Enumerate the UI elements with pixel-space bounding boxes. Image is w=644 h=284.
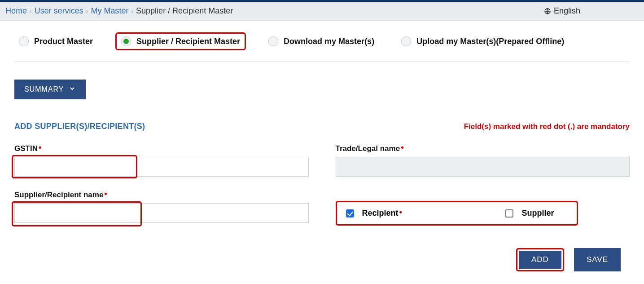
- chevron-right-icon: ›: [130, 8, 134, 15]
- gstin-input[interactable]: [14, 157, 309, 177]
- radio-icon: [401, 36, 411, 46]
- save-button[interactable]: SAVE: [574, 248, 621, 271]
- supplier-label: Supplier: [521, 209, 554, 218]
- tab-download-master[interactable]: Download my Master(s): [264, 34, 379, 49]
- chevron-right-icon: ›: [29, 8, 33, 15]
- add-button-highlight: ADD: [516, 248, 564, 271]
- required-dot-icon: •: [103, 189, 107, 198]
- type-checkbox-group: Recipient• Supplier: [336, 201, 578, 226]
- gstin-label: GSTIN•: [14, 144, 41, 153]
- tab-label: Upload my Master(s)(Prepared Offline): [416, 37, 564, 46]
- required-dot-icon: •: [399, 208, 402, 217]
- checkbox-icon: [346, 209, 354, 217]
- globe-icon: [544, 8, 551, 15]
- supplier-recipient-name-field: Supplier/Recipient name•: [14, 190, 309, 226]
- trade-name-field: Trade/Legal name•: [336, 144, 630, 177]
- required-dot-icon: •: [38, 143, 41, 152]
- breadcrumb-bar: Home › User services › My Master › Suppl…: [0, 2, 644, 21]
- recipient-label: Recipient•: [362, 209, 402, 218]
- required-dot-icon: •: [400, 143, 403, 152]
- breadcrumb-user-services[interactable]: User services: [35, 6, 83, 16]
- tab-label: Download my Master(s): [284, 37, 374, 46]
- tab-label: Product Master: [34, 37, 93, 46]
- breadcrumb-home[interactable]: Home: [5, 6, 27, 16]
- breadcrumb-my-master[interactable]: My Master: [91, 6, 128, 16]
- supplier-recipient-name-input[interactable]: [14, 203, 309, 223]
- language-label: English: [554, 6, 580, 16]
- breadcrumb: Home › User services › My Master › Suppl…: [5, 6, 544, 16]
- supplier-checkbox-item[interactable]: Supplier: [505, 209, 554, 218]
- summary-button[interactable]: SUMMARY: [14, 80, 86, 99]
- gstin-field: GSTIN•: [14, 144, 309, 177]
- checkbox-icon: [505, 209, 513, 217]
- master-tabs: Product Master Supplier / Recipient Mast…: [14, 29, 630, 62]
- trade-name-input: [336, 157, 630, 177]
- radio-icon: [268, 36, 278, 46]
- type-selection-field: Recipient• Supplier: [336, 190, 630, 226]
- recipient-checkbox-item[interactable]: Recipient•: [346, 209, 402, 218]
- radio-icon: [121, 36, 131, 46]
- mandatory-note: Field(s) marked with red dot (.) are man…: [464, 122, 630, 131]
- radio-icon: [19, 36, 29, 46]
- tab-product-master[interactable]: Product Master: [14, 34, 97, 49]
- summary-label: SUMMARY: [24, 85, 64, 93]
- tab-upload-master[interactable]: Upload my Master(s)(Prepared Offline): [397, 34, 569, 49]
- breadcrumb-current: Supplier / Recipient Master: [136, 6, 233, 16]
- tab-supplier-recipient-master[interactable]: Supplier / Recipient Master: [115, 32, 246, 50]
- tab-label: Supplier / Recipient Master: [136, 37, 240, 46]
- supplier-recipient-name-label: Supplier/Recipient name•: [14, 191, 107, 199]
- add-button[interactable]: ADD: [519, 251, 561, 269]
- language-selector[interactable]: English: [544, 6, 639, 16]
- chevron-right-icon: ›: [85, 8, 89, 15]
- section-title: ADD SUPPLIER(S)/RECIPIENT(S): [14, 122, 145, 131]
- chevron-down-icon: [69, 85, 76, 94]
- trade-name-label: Trade/Legal name•: [336, 144, 404, 153]
